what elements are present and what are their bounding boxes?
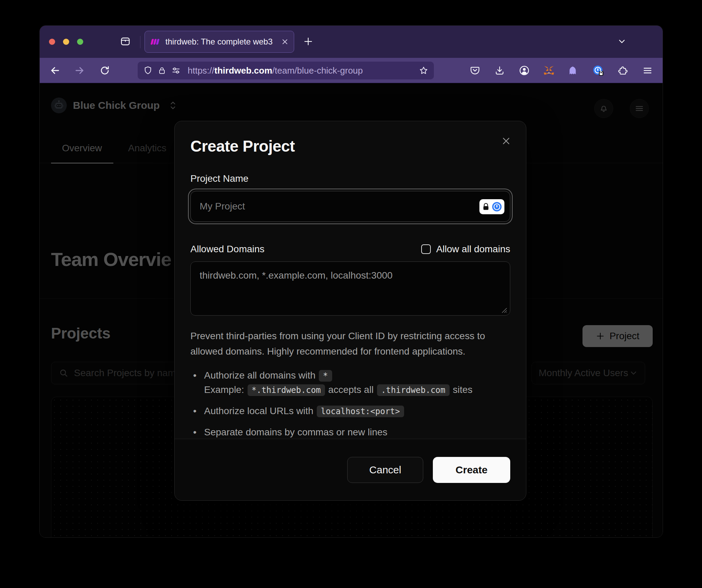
bookmark-star-icon[interactable] [419, 66, 428, 75]
address-bar[interactable]: https://thirdweb.com/team/blue-chick-gro… [138, 62, 434, 79]
new-tab-button[interactable] [301, 34, 316, 49]
rule-text: Example: [204, 384, 247, 395]
url-scheme: https:// [188, 65, 214, 76]
forward-button[interactable] [72, 63, 87, 78]
metamask-button[interactable] [541, 63, 556, 78]
modal-title: Create Project [190, 137, 510, 155]
pocket-button[interactable] [467, 63, 482, 78]
domain-rule-item: Separate domains by commas or new lines [190, 425, 510, 439]
account-button[interactable] [517, 63, 532, 78]
pocket-icon [470, 65, 480, 76]
phantom-ghost-icon [568, 65, 579, 76]
create-project-modal: Create Project Project Name Allowed Doma… [174, 121, 526, 501]
lock-icon[interactable] [158, 66, 166, 75]
extensions-button[interactable] [615, 63, 630, 78]
list-all-tabs-button[interactable] [614, 34, 629, 49]
downloads-button[interactable] [492, 63, 507, 78]
firefox-view-button[interactable] [118, 34, 133, 49]
reload-button[interactable] [97, 63, 112, 78]
metamask-fox-icon [543, 65, 555, 76]
project-name-field [190, 191, 510, 222]
url-domain: thirdweb.com [214, 65, 272, 76]
onepassword-inline-chip[interactable] [479, 199, 504, 214]
domains-help-text: Prevent third-parties from using your Cl… [190, 329, 498, 359]
onepassword-icon [592, 65, 604, 76]
plus-icon [303, 36, 313, 47]
allowed-domains-label: Allowed Domains [190, 244, 264, 255]
permissions-icon[interactable] [171, 66, 181, 75]
screenshot-stage: thirdweb: The complete web3 de [0, 0, 702, 588]
firefox-view-icon [120, 36, 131, 47]
url-path: /team/blue-chick-group [272, 65, 363, 76]
phantom-button[interactable] [566, 63, 581, 78]
onepassword-button[interactable] [591, 63, 606, 78]
allow-all-checkbox[interactable] [421, 244, 431, 254]
chevron-down-icon [617, 37, 627, 46]
project-name-input[interactable] [191, 191, 510, 221]
hamburger-icon [642, 65, 653, 76]
domain-rule-item: Authorize all domains with *Example: *.t… [190, 368, 510, 397]
allowed-domains-textarea[interactable] [190, 261, 510, 316]
allowed-domains-field [190, 261, 510, 317]
browser-toolbar: https://thirdweb.com/team/blue-chick-gro… [40, 58, 663, 83]
maximize-window-button[interactable] [77, 39, 83, 45]
menu-button[interactable] [640, 63, 655, 78]
modal-footer: Cancel Create [175, 439, 526, 500]
rule-text: Separate domains by commas or new lines [204, 427, 387, 437]
code-chip: localhost:<port> [317, 406, 404, 417]
create-button[interactable]: Create [433, 457, 510, 483]
close-window-button[interactable] [49, 39, 55, 45]
back-button[interactable] [48, 63, 63, 78]
thirdweb-favicon [150, 38, 161, 46]
allow-all-label[interactable]: Allow all domains [436, 244, 510, 255]
browser-tab-bar: thirdweb: The complete web3 de [40, 26, 663, 58]
shield-icon[interactable] [143, 66, 153, 75]
code-chip: .thirdweb.com [377, 384, 450, 396]
tab-close-icon[interactable] [281, 38, 289, 46]
domain-rules-list: Authorize all domains with *Example: *.t… [190, 368, 510, 439]
download-icon [494, 65, 505, 76]
allow-all-domains-control[interactable]: Allow all domains [421, 244, 510, 255]
rule-text: Authorize all domains with [204, 370, 318, 381]
tab-separator [140, 36, 140, 48]
cancel-button[interactable]: Cancel [347, 457, 423, 483]
code-chip: *.thirdweb.com [248, 384, 325, 396]
tab-title: thirdweb: The complete web3 de [165, 37, 275, 47]
code-chip: * [319, 370, 332, 382]
browser-window: thirdweb: The complete web3 de [39, 25, 663, 538]
account-icon [519, 65, 530, 76]
url-text: https://thirdweb.com/team/blue-chick-gro… [188, 65, 363, 76]
domain-rule-item: Authorize local URLs with localhost:<por… [190, 404, 510, 418]
browser-tab[interactable]: thirdweb: The complete web3 de [145, 31, 294, 53]
project-name-label: Project Name [190, 173, 510, 184]
window-controls [49, 39, 83, 45]
rule-text: sites [450, 384, 473, 395]
rule-text: Authorize local URLs with [204, 406, 316, 416]
minimize-window-button[interactable] [63, 39, 69, 45]
resize-handle-icon[interactable] [501, 307, 507, 314]
onepassword-icon [491, 201, 503, 213]
rule-text: accepts all [326, 384, 376, 395]
modal-body: Create Project Project Name Allowed Doma… [175, 121, 526, 439]
lock-icon [482, 202, 490, 211]
toolbar-right-icons [467, 63, 655, 78]
allowed-domains-row: Allowed Domains Allow all domains [190, 244, 510, 255]
puzzle-icon [618, 65, 628, 76]
